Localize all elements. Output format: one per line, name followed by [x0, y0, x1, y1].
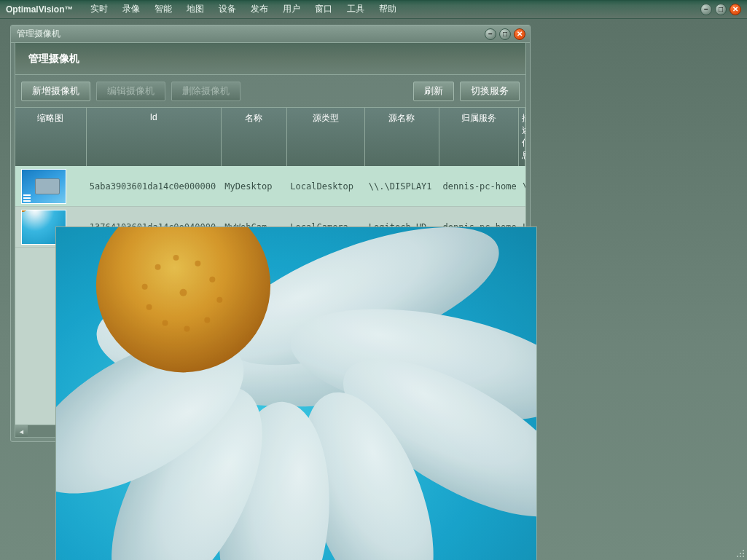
col-source-type[interactable]: 源类型 [287, 108, 365, 166]
panel-header: 管理摄像机 [15, 43, 526, 75]
scroll-left-button[interactable]: ◄ [15, 425, 28, 438]
menu-item-device[interactable]: 设备 [211, 0, 243, 18]
camera-preview-image [56, 227, 536, 560]
cell-stype: LocalDesktop [287, 181, 366, 192]
edit-camera-button[interactable]: 编辑摄像机 [96, 82, 165, 101]
menu-item-tools[interactable]: 工具 [340, 0, 372, 18]
app-minimize-button[interactable]: − [700, 4, 712, 15]
menu-item-map[interactable]: 地图 [179, 0, 211, 18]
add-camera-button[interactable]: 新增摄像机 [21, 82, 90, 101]
col-service[interactable]: 归属服务 [439, 108, 519, 166]
menu-item-realtime[interactable]: 实时 [83, 0, 115, 18]
cell-sname: \\.\DISPLAY1 [366, 181, 440, 192]
menu-item-user[interactable]: 用户 [275, 0, 308, 18]
inner-close-button[interactable]: ✕ [514, 28, 525, 40]
inner-window-title: 管理摄像机 [17, 28, 60, 40]
app-title-bar: OptimalVision™ 实时 录像 智能 地图 设备 发布 用户 窗口 工… [0, 0, 747, 19]
app-maximize-button[interactable]: □ [715, 4, 727, 15]
col-source-name[interactable]: 源名称 [365, 108, 439, 166]
workspace: 管理摄像机 − □ ✕ 管理摄像机 新增摄像机 编辑摄像机 删除摄像机 刷新 切… [0, 19, 747, 560]
delete-camera-button[interactable]: 删除摄像机 [171, 82, 240, 101]
thumbnail-icon [21, 169, 66, 204]
refresh-button[interactable]: 刷新 [413, 82, 454, 101]
cell-desc: \\.\DISPLAY1 [520, 181, 525, 192]
menu-item-record[interactable]: 录像 [115, 0, 147, 18]
resize-grip-icon [735, 548, 746, 559]
cell-name: MyDesktop [222, 181, 287, 192]
cell-id: 5aba3903601da14c0e000000 [87, 181, 222, 192]
panel-title: 管理摄像机 [28, 52, 79, 66]
inner-maximize-button[interactable]: □ [499, 28, 511, 40]
svg-rect-21 [56, 227, 536, 560]
main-menu: 实时 录像 智能 地图 设备 发布 用户 窗口 工具 帮助 [83, 0, 404, 18]
col-id[interactable]: Id [87, 108, 222, 166]
camera-preview-popup[interactable] [55, 226, 537, 560]
panel-toolbar: 新增摄像机 编辑摄像机 删除摄像机 刷新 切换服务 [15, 75, 526, 107]
cell-svc: dennis-pc-home [440, 181, 520, 192]
inner-minimize-button[interactable]: − [485, 28, 496, 40]
menu-item-window[interactable]: 窗口 [308, 0, 340, 18]
app-close-button[interactable]: ✕ [730, 4, 741, 15]
app-title: OptimalVision™ [6, 4, 73, 15]
col-thumbnail[interactable]: 缩略图 [15, 108, 87, 166]
menu-item-help[interactable]: 帮助 [372, 0, 404, 18]
col-desc[interactable]: 描述信息 [519, 108, 525, 166]
menu-item-publish[interactable]: 发布 [243, 0, 275, 18]
inner-title-bar[interactable]: 管理摄像机 − □ ✕ [11, 25, 530, 43]
switch-service-button[interactable]: 切换服务 [460, 82, 520, 101]
col-name[interactable]: 名称 [222, 108, 287, 166]
menu-item-smart[interactable]: 智能 [147, 0, 179, 18]
table-row[interactable]: 5aba3903601da14c0e000000 MyDesktop Local… [15, 166, 525, 207]
